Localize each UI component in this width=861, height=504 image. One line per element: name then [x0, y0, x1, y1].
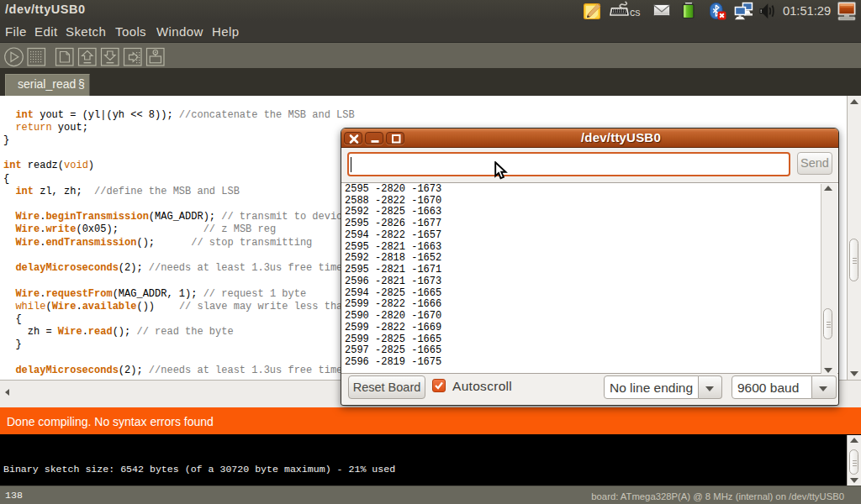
svg-text:01:51:29: 01:51:29	[783, 4, 831, 18]
svg-text:cs: cs	[630, 7, 641, 18]
